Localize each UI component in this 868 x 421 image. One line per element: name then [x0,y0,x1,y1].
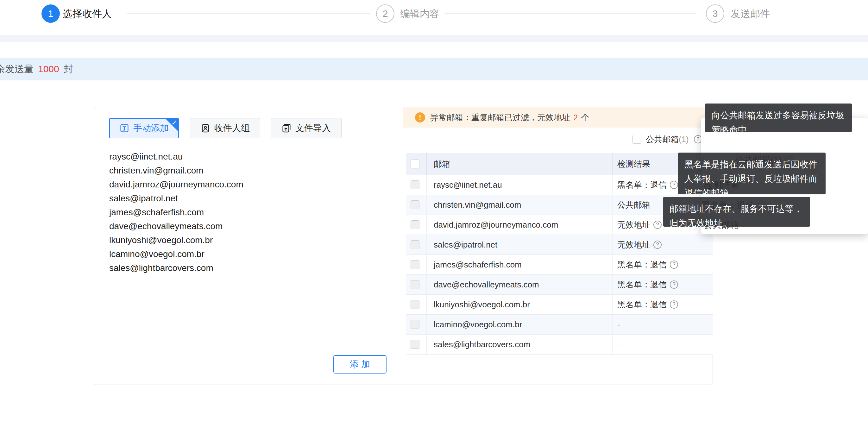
row-email: dave@echovalleymeats.com [427,275,613,294]
row-result: - [617,340,620,350]
step-2-circle: 2 [376,4,395,23]
row-result: 无效地址 [617,219,650,231]
column-header-email: 邮箱 [427,153,613,175]
row-checkbox[interactable] [410,280,420,289]
step-3-number: 3 [713,8,718,19]
recipient-email: james@schaferfish.com [109,205,306,219]
recipient-email: david.jamroz@journeymanco.com [109,178,306,191]
row-checkbox[interactable] [410,300,420,309]
step-1-label: 选择收件人 [63,8,112,20]
tab-file-import[interactable]: 文件导入 [271,118,342,138]
header-divider-strip [0,35,868,42]
detection-table: 邮箱 检测结果 raysc@iinet.net.au 黑名单：退信? chris… [406,153,713,355]
table-row: lcamino@voegol.com.br - [406,314,713,335]
step-2-label: 编辑内容 [400,8,439,20]
tab-manual-add-label: 手动添加 [133,122,169,134]
row-checkbox[interactable] [410,220,420,229]
row-email: sales@lightbarcovers.com [427,335,613,354]
table-row: dave@echovalleymeats.com 黑名单：退信? [406,275,713,295]
tab-file-import-label: 文件导入 [296,122,331,134]
warning-icon: ! [415,112,425,122]
manual-add-icon [119,123,129,133]
table-row: sales@lightbarcovers.com - [406,335,713,355]
tab-recipient-group-label: 收件人组 [214,122,250,134]
row-checkbox[interactable] [410,320,420,329]
row-checkbox[interactable] [410,240,420,249]
table-row: sales@ipatrol.net 无效地址? [406,235,713,255]
tooltip-blacklist: 黑名单是指在云邮通发送后因收件人举报、手动退订、反垃圾邮件而退信的邮箱。 [678,153,826,194]
row-result: 公共邮箱 [617,200,650,210]
quota-bar: 余发送量1000封 [0,58,868,81]
file-import-icon [281,123,291,133]
public-mailbox-checkbox[interactable] [632,135,641,144]
row-checkbox[interactable] [410,260,420,269]
table-row: raysc@iinet.net.au 黑名单：退信? [406,175,713,195]
quota-prefix: 余发送量 [0,64,34,74]
step-3-label: 发送邮件 [731,8,770,20]
row-checkbox[interactable] [410,200,420,209]
table-row: james@schaferfish.com 黑名单：退信? [406,255,713,275]
row-email: christen.vin@gmail.com [427,195,613,215]
public-mailbox-label: 公共邮箱 [646,134,679,145]
recipient-email: sales@ipatrol.net [109,191,306,205]
recipient-input-area[interactable]: raysc@iinet.net.auchristen.vin@gmail.com… [109,150,306,275]
quota-suffix: 封 [64,64,73,74]
row-checkbox[interactable] [410,340,420,349]
recipient-email: lcamino@voegol.com.br [109,247,306,261]
quota-amount: 1000 [38,64,59,74]
row-email: lcamino@voegol.com.br [427,314,613,334]
check-icon: ✓ [172,119,177,127]
recipient-email: lkuniyoshi@voegol.com.br [109,233,306,247]
row-email: sales@ipatrol.net [427,235,613,254]
step-3-circle: 3 [706,4,724,23]
help-icon[interactable]: ? [670,280,678,289]
row-result: - [617,320,620,330]
tooltip-invalid-address: 邮箱地址不存在、服务不可达等，归为无效地址。 [663,197,810,227]
panel-divider [403,107,403,385]
recipient-email: raysc@iinet.net.au [109,150,306,164]
row-email: raysc@iinet.net.au [427,175,613,195]
public-mailbox-filter: 公共邮箱 (1) ? [632,131,713,148]
row-email: james@schaferfish.com [427,255,613,274]
warning-text: 异常邮箱：重复邮箱已过滤，无效地址2个 [430,112,589,123]
abnormal-warning-bar: ! 异常邮箱：重复邮箱已过滤，无效地址2个 [403,107,713,127]
recipient-group-icon [200,123,211,133]
step-connector [127,13,370,14]
select-all-checkbox[interactable] [410,159,420,169]
help-icon[interactable]: ? [670,261,678,269]
recipient-email: sales@lightbarcovers.com [109,261,306,275]
row-checkbox[interactable] [410,180,420,189]
warning-count: 2 [573,113,578,122]
quota-text: 余发送量1000封 [0,63,73,76]
table-row: lkuniyoshi@voegol.com.br 黑名单：退信? [406,295,713,314]
help-icon[interactable]: ? [694,135,702,143]
step-1-number: 1 [48,8,54,19]
help-icon[interactable]: ? [670,181,678,189]
row-email: lkuniyoshi@voegol.com.br [427,295,613,314]
step-connector [445,13,696,14]
row-result: 无效地址 [617,239,650,250]
tooltip-public-mailbox: 向公共邮箱发送过多容易被反垃圾策略命中 [705,103,852,132]
step-2-number: 2 [383,8,388,19]
step-1-circle: 1 [41,4,60,23]
warning-suffix: 个 [581,113,589,122]
recipient-email: christen.vin@gmail.com [109,164,306,178]
wizard-stepper: 1 选择收件人 2 编辑内容 3 发送邮件 [0,0,868,35]
table-header-row: 邮箱 检测结果 [406,153,713,175]
add-button[interactable]: 添 加 [333,355,386,373]
row-email: david.jamroz@journeymanco.com [427,215,613,235]
row-result: 黑名单：退信 [617,259,667,270]
help-icon[interactable]: ? [670,300,678,309]
row-result: 黑名单：退信 [617,299,667,310]
public-mailbox-count: (1) [679,134,689,144]
tab-recipient-group[interactable]: 收件人组 [190,118,260,138]
tab-manual-add[interactable]: 手动添加 ✓ [109,118,179,138]
warning-prefix: 异常邮箱：重复邮箱已过滤，无效地址 [430,113,570,122]
help-icon[interactable]: ? [653,241,661,249]
row-result: 黑名单：退信 [617,179,667,190]
row-result: 黑名单：退信 [617,279,667,290]
help-icon[interactable]: ? [653,221,661,229]
recipient-email: dave@echovalleymeats.com [109,219,306,233]
